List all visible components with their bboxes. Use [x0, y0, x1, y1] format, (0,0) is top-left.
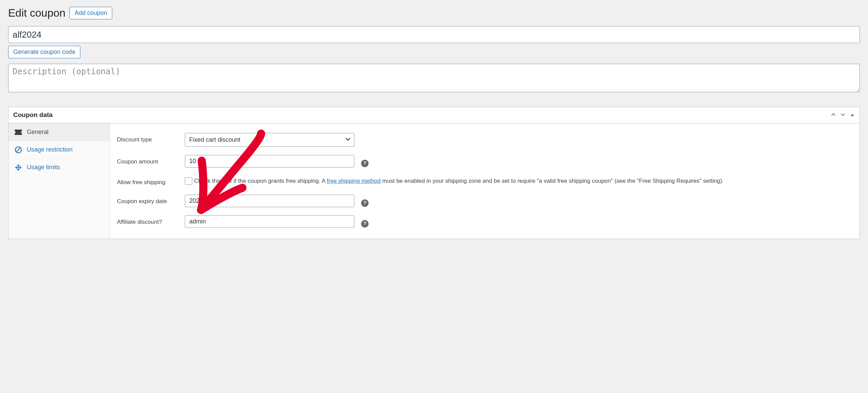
arrows-icon — [15, 164, 22, 171]
coupon-amount-input[interactable] — [185, 155, 354, 168]
coupon-amount-label: Coupon amount — [117, 155, 178, 166]
chevron-down-icon — [345, 136, 351, 144]
discount-type-select[interactable]: Fixed cart discount — [185, 133, 354, 147]
tab-usage-restriction-label: Usage restriction — [27, 145, 73, 154]
page-title: Edit coupon — [8, 5, 65, 21]
coupon-description-input[interactable] — [8, 64, 860, 92]
ticket-icon — [15, 129, 22, 136]
help-icon[interactable]: ? — [361, 220, 369, 228]
discount-type-value: Fixed cart discount — [189, 136, 240, 143]
no-entry-icon — [15, 146, 22, 154]
coupon-expiry-date-input[interactable] — [185, 195, 354, 207]
free-shipping-desc-post: must be enabled in your shipping zone an… — [381, 178, 724, 184]
allow-free-shipping-checkbox[interactable] — [185, 177, 192, 185]
free-shipping-desc-pre: Check this box if the coupon grants free… — [194, 178, 327, 184]
help-icon[interactable]: ? — [361, 199, 369, 207]
panel-title: Coupon data — [13, 111, 53, 120]
coupon-expiry-date-label: Coupon expiry date — [117, 195, 178, 205]
affiliate-discount-input[interactable] — [185, 215, 354, 228]
tab-general-label: General — [27, 128, 48, 136]
coupon-code-input[interactable] — [8, 26, 860, 43]
tab-general[interactable]: General — [8, 123, 110, 141]
coupon-data-panel: Coupon data General — [8, 107, 860, 239]
generate-coupon-code-button[interactable]: Generate coupon code — [8, 46, 80, 58]
tab-usage-limits[interactable]: Usage limits — [8, 159, 110, 176]
svg-line-1 — [16, 148, 20, 152]
add-coupon-button[interactable]: Add coupon — [70, 7, 112, 19]
help-icon[interactable]: ? — [361, 160, 369, 167]
allow-free-shipping-description: Check this box if the coupon grants free… — [194, 178, 724, 184]
tab-usage-limits-label: Usage limits — [27, 163, 60, 172]
coupon-data-tabs: General Usage restriction — [8, 123, 110, 239]
affiliate-discount-label: Affiliate discount? — [117, 215, 178, 226]
panel-move-up-icon[interactable] — [831, 112, 836, 119]
discount-type-label: Discount type — [117, 133, 178, 144]
free-shipping-method-link[interactable]: free shipping method — [327, 178, 381, 184]
allow-free-shipping-label: Allow free shipping — [117, 176, 178, 186]
tab-usage-restriction[interactable]: Usage restriction — [8, 141, 110, 159]
general-tab-form: Discount type Fixed cart discount Coupon… — [110, 123, 860, 239]
panel-toggle-icon[interactable] — [850, 112, 855, 119]
panel-move-down-icon[interactable] — [841, 112, 845, 119]
